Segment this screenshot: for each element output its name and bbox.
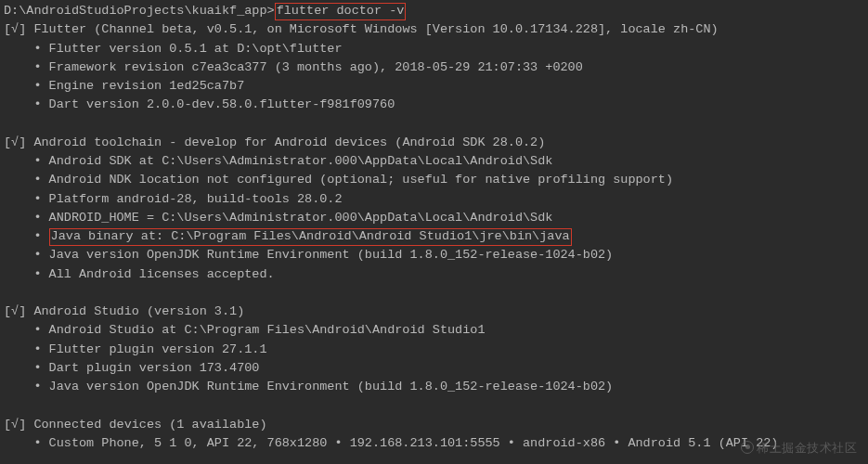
- check-icon: [√]: [4, 135, 26, 149]
- output-line: • Android NDK location not configured (o…: [4, 171, 864, 189]
- command-highlight: flutter doctor -v: [275, 3, 407, 20]
- section-title: Connected devices (1 available): [26, 418, 266, 432]
- output-line: • Framework revision c7ea3ca377 (3 month…: [4, 58, 864, 77]
- line-prefix: •: [4, 229, 49, 243]
- output-line: • Flutter version 0.5.1 at D:\opt\flutte…: [4, 40, 864, 58]
- output-line: • All Android licenses accepted.: [4, 265, 864, 284]
- output-line: • Flutter plugin version 27.1.1: [4, 341, 864, 359]
- check-icon: [√]: [4, 418, 26, 432]
- watermark: 稀土掘金技术社区: [741, 439, 857, 458]
- output-line: • Android Studio at C:\Program Files\And…: [4, 321, 864, 340]
- command-text: flutter doctor -v: [277, 4, 405, 18]
- section-title: Flutter (Channel beta, v0.5.1, on Micros…: [26, 22, 718, 36]
- check-icon: [√]: [4, 304, 26, 318]
- output-line: • Android SDK at C:\Users\Administrator.…: [4, 152, 864, 171]
- prompt-path: D:\AndroidStudioProjects\kuaikf_app>: [4, 4, 275, 18]
- prompt-line: D:\AndroidStudioProjects\kuaikf_app>flut…: [4, 2, 864, 20]
- section-title: Android Studio (version 3.1): [26, 304, 244, 318]
- section-header-android-studio: [√] Android Studio (version 3.1): [4, 303, 864, 321]
- highlight-text: Java binary at: C:\Program Files\Android…: [51, 229, 570, 243]
- output-line: • Java version OpenJDK Runtime Environme…: [4, 378, 864, 396]
- output-line-highlight: • Java binary at: C:\Program Files\Andro…: [4, 227, 864, 246]
- section-title: Android toolchain - develop for Android …: [26, 135, 545, 149]
- java-binary-highlight: Java binary at: C:\Program Files\Android…: [49, 228, 572, 246]
- section-header-flutter: [√] Flutter (Channel beta, v0.5.1, on Mi…: [4, 20, 864, 39]
- output-line: • Engine revision 1ed25ca7b7: [4, 77, 864, 96]
- blank-line: [4, 396, 864, 415]
- watermark-logo-icon: [741, 441, 754, 454]
- output-line: • Dart plugin version 173.4700: [4, 359, 864, 378]
- output-line: • ANDROID_HOME = C:\Users\Administrator.…: [4, 209, 864, 227]
- output-line: • Dart version 2.0.0-dev.58.0.flutter-f9…: [4, 96, 864, 114]
- section-header-android-toolchain: [√] Android toolchain - develop for Andr…: [4, 134, 864, 152]
- terminal-output: D:\AndroidStudioProjects\kuaikf_app>flut…: [4, 2, 864, 453]
- output-line: • Platform android-28, build-tools 28.0.…: [4, 190, 864, 209]
- output-line: • Custom Phone, 5 1 0, API 22, 768x1280 …: [4, 434, 864, 453]
- check-icon: [√]: [4, 22, 26, 36]
- blank-line: [4, 115, 864, 134]
- blank-line: [4, 284, 864, 303]
- watermark-text: 稀土掘金技术社区: [757, 441, 857, 455]
- output-line: • Java version OpenJDK Runtime Environme…: [4, 246, 864, 264]
- section-header-connected-devices: [√] Connected devices (1 available): [4, 416, 864, 434]
